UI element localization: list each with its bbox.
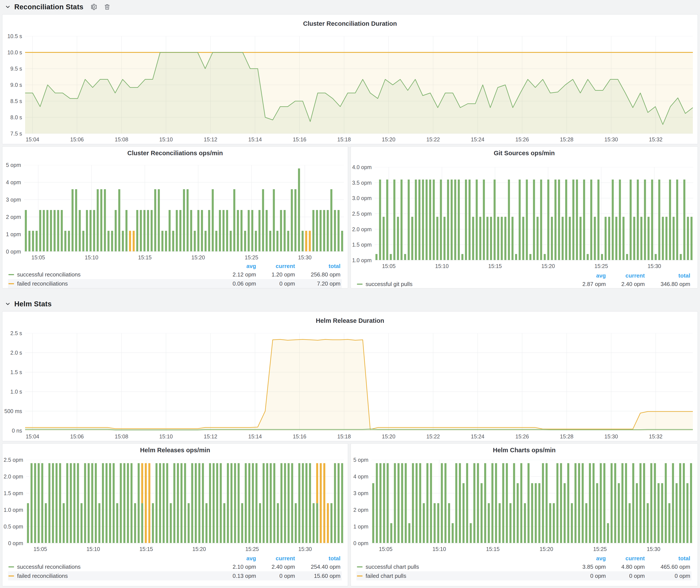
legend-sort-avg[interactable]: avg xyxy=(568,555,607,562)
bar-successful xyxy=(32,231,34,252)
legend-sort-total[interactable]: total xyxy=(296,555,342,562)
bar-successful xyxy=(179,210,181,252)
bar-successful xyxy=(68,231,70,252)
bar-successful xyxy=(658,179,660,260)
bar-successful xyxy=(102,463,104,543)
legend-sort-current[interactable]: current xyxy=(607,272,646,279)
legend-series-label[interactable]: failed reconciliations xyxy=(17,573,68,579)
bar-successful xyxy=(615,217,617,260)
legend-sort-total[interactable]: total xyxy=(646,272,692,279)
gear-icon[interactable] xyxy=(90,3,97,11)
bar-successful xyxy=(630,179,632,260)
panel-title[interactable]: Git Sources ops/min xyxy=(351,150,698,157)
bar-successful xyxy=(572,179,574,260)
section-title[interactable]: Helm Stats xyxy=(14,300,52,308)
bar-successful xyxy=(198,463,200,543)
bar-successful xyxy=(441,463,443,543)
x-tick-label: 15:30 xyxy=(641,263,667,269)
bar-successful xyxy=(284,463,286,543)
bar-successful xyxy=(600,463,602,543)
trash-icon[interactable] xyxy=(104,3,111,10)
bar-successful xyxy=(144,210,145,252)
chevron-down-icon[interactable] xyxy=(5,4,11,10)
panel-title[interactable]: Cluster Reconciliation Duration xyxy=(2,20,698,27)
y-tick-label: 10.0 s xyxy=(2,49,22,56)
chart-canvas[interactable] xyxy=(25,333,693,431)
bar-successful xyxy=(522,217,524,260)
legend-avg-value: 2.87 opm xyxy=(568,281,607,288)
bar-successful xyxy=(502,463,504,543)
legend-series-label[interactable]: failed reconciliations xyxy=(17,280,68,287)
bar-successful xyxy=(587,254,589,260)
bar-successful xyxy=(161,231,163,252)
section-title[interactable]: Reconciliation Stats xyxy=(14,3,83,11)
bar-successful xyxy=(169,210,171,252)
chart-canvas[interactable] xyxy=(375,167,693,260)
bar-successful xyxy=(266,210,268,252)
bar-successful xyxy=(238,463,240,543)
legend-sort-current[interactable]: current xyxy=(257,555,296,562)
legend-sort-avg[interactable]: avg xyxy=(568,272,607,279)
bar-successful xyxy=(127,463,129,543)
bar-successful xyxy=(215,231,217,252)
x-tick-label: 15:05 xyxy=(373,546,399,552)
bar-successful xyxy=(479,217,481,260)
bar-successful xyxy=(191,463,193,543)
bar-successful xyxy=(621,463,623,543)
x-tick-label: 15:20 xyxy=(535,263,561,269)
legend-series-label[interactable]: successful reconciliations xyxy=(17,564,81,570)
panel-title[interactable]: Helm Charts ops/min xyxy=(351,447,698,454)
panel-title[interactable]: Cluster Reconciliations ops/min xyxy=(2,150,348,157)
bar-successful xyxy=(553,503,555,543)
x-tick-label: 15:15 xyxy=(480,546,506,552)
panel-title[interactable]: Helm Releases ops/min xyxy=(2,447,348,454)
legend-sort-avg[interactable]: avg xyxy=(218,555,257,562)
x-tick-label: 15:25 xyxy=(588,263,614,269)
bar-successful xyxy=(223,210,224,252)
bar-successful xyxy=(120,463,122,543)
bar-successful xyxy=(273,463,275,543)
legend-series-label[interactable]: successful chart pulls xyxy=(366,564,419,570)
bar-successful xyxy=(463,483,465,543)
bar-successful xyxy=(97,189,99,252)
legend-series-label[interactable]: failed chart pulls xyxy=(366,573,406,579)
bar-successful xyxy=(623,217,624,260)
chevron-down-icon[interactable] xyxy=(5,301,11,307)
legend-row-failed-reconciliations: failed reconciliations 0.06 opm 0 opm 7.… xyxy=(8,279,342,288)
legend-series-label[interactable]: successful reconciliations xyxy=(17,271,81,278)
bar-successful xyxy=(244,231,246,252)
chart-canvas[interactable] xyxy=(26,460,344,543)
bar-successful xyxy=(305,463,307,543)
chart-canvas[interactable] xyxy=(371,460,693,543)
bar-successful xyxy=(608,217,610,260)
bar-successful xyxy=(416,463,418,543)
bar-successful xyxy=(77,463,79,543)
bar-successful xyxy=(138,463,140,543)
bar-successful xyxy=(220,463,222,543)
legend-row-successful-reconciliations: successful reconciliations 2.10 opm 2.40… xyxy=(8,562,342,571)
legend-avg-value: 0.13 opm xyxy=(218,573,257,579)
legend-sort-total[interactable]: total xyxy=(646,555,692,562)
bar-successful xyxy=(655,254,657,260)
chart-canvas[interactable] xyxy=(24,165,344,252)
section-header-reconciliation-stats: Reconciliation Stats xyxy=(5,2,111,12)
legend-header-row: avg current total xyxy=(8,262,342,270)
bar-successful xyxy=(376,463,378,543)
bar-successful xyxy=(607,523,609,543)
y-tick-label: 1 opm xyxy=(351,523,368,530)
bar-successful xyxy=(540,179,542,260)
chart-canvas[interactable] xyxy=(25,36,693,134)
legend-sort-total[interactable]: total xyxy=(296,263,342,270)
legend-sort-current[interactable]: current xyxy=(607,555,646,562)
legend-sort-avg[interactable]: avg xyxy=(218,263,257,270)
x-tick-label: 15:06 xyxy=(64,433,90,440)
bar-successful xyxy=(38,463,40,543)
series-marker xyxy=(8,283,14,284)
bar-successful xyxy=(66,463,68,543)
panel-title[interactable]: Helm Release Duration xyxy=(2,317,698,324)
bar-successful xyxy=(422,179,424,260)
bar-successful xyxy=(291,189,293,252)
bar-successful xyxy=(122,231,124,252)
legend-series-label[interactable]: successful git pulls xyxy=(366,281,413,288)
legend-sort-current[interactable]: current xyxy=(257,263,296,270)
